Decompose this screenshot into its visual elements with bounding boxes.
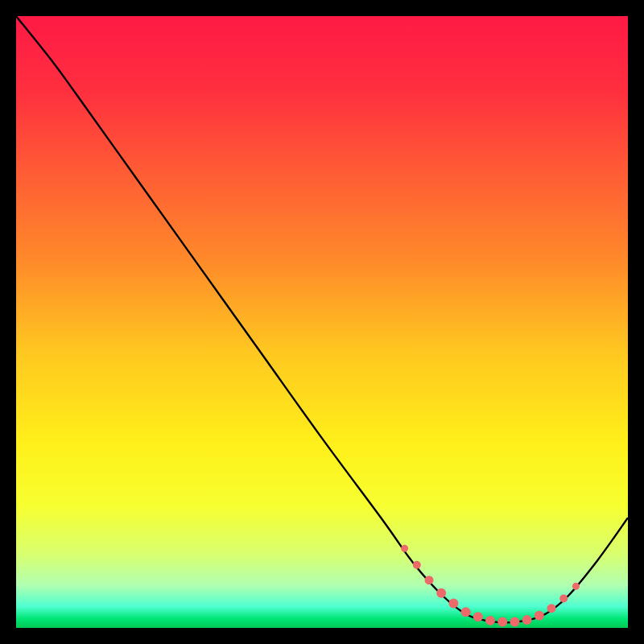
optimal-marker [522,615,532,625]
optimal-marker [510,617,519,626]
optimal-marker [473,612,483,621]
optimal-marker [413,561,421,569]
chart-frame: TheBottleneck.com [16,16,628,628]
optimal-marker [461,607,471,617]
optimal-marker [485,616,495,625]
optimal-marker [547,604,556,613]
optimal-marker [535,611,544,621]
bottleneck-chart [16,16,628,628]
optimal-marker [559,595,568,603]
gradient-background [16,16,628,628]
optimal-marker [497,617,507,626]
optimal-marker [572,583,580,590]
optimal-marker [401,545,408,552]
optimal-marker [425,576,434,584]
optimal-marker [436,588,446,598]
optimal-marker [448,599,458,609]
